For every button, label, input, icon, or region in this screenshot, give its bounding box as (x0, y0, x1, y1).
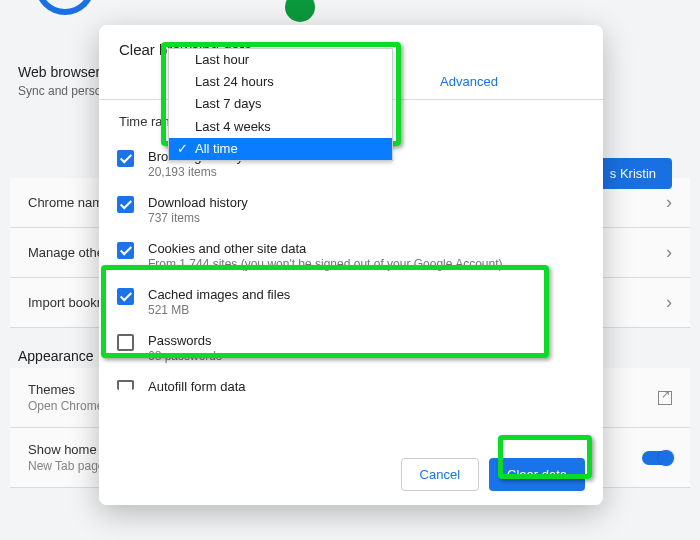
option-sub: 737 items (148, 211, 248, 225)
time-range-dropdown[interactable]: Last hour Last 24 hours Last 7 days Last… (168, 48, 393, 161)
checkbox-download-history[interactable] (117, 196, 134, 213)
option-sub: 68 passwords (148, 349, 222, 363)
option-title: Cached images and files (148, 287, 290, 302)
checkbox-browsing-history[interactable] (117, 150, 134, 167)
option-autofill: Autofill form data (109, 371, 593, 402)
dropdown-item-last-4-weeks[interactable]: Last 4 weeks (169, 116, 392, 138)
checkbox-cookies[interactable] (117, 242, 134, 259)
clear-data-button[interactable]: Clear data (489, 458, 585, 491)
cancel-button[interactable]: Cancel (401, 458, 479, 491)
option-sub: From 1,744 sites (you won't be signed ou… (148, 257, 503, 271)
option-title: Cookies and other site data (148, 241, 503, 256)
option-sub: 521 MB (148, 303, 290, 317)
option-download-history: Download history 737 items (109, 187, 593, 233)
clear-options-list: Browsing history 20,193 items Download h… (99, 137, 603, 402)
dropdown-item-last-hour[interactable]: Last hour (169, 49, 392, 71)
option-passwords: Passwords 68 passwords (109, 325, 593, 371)
dropdown-item-last-7-days[interactable]: Last 7 days (169, 93, 392, 115)
option-title: Autofill form data (148, 379, 246, 394)
option-title: Passwords (148, 333, 222, 348)
checkbox-autofill[interactable] (117, 380, 134, 390)
checkbox-passwords[interactable] (117, 334, 134, 351)
option-cookies: Cookies and other site data From 1,744 s… (109, 233, 593, 279)
option-sub: 20,193 items (148, 165, 243, 179)
checkbox-cached[interactable] (117, 288, 134, 305)
option-title: Download history (148, 195, 248, 210)
dialog-footer: Cancel Clear data (99, 444, 603, 505)
dropdown-item-all-time[interactable]: All time (169, 138, 392, 160)
dropdown-item-last-24-hours[interactable]: Last 24 hours (169, 71, 392, 93)
option-cached: Cached images and files 521 MB (109, 279, 593, 325)
